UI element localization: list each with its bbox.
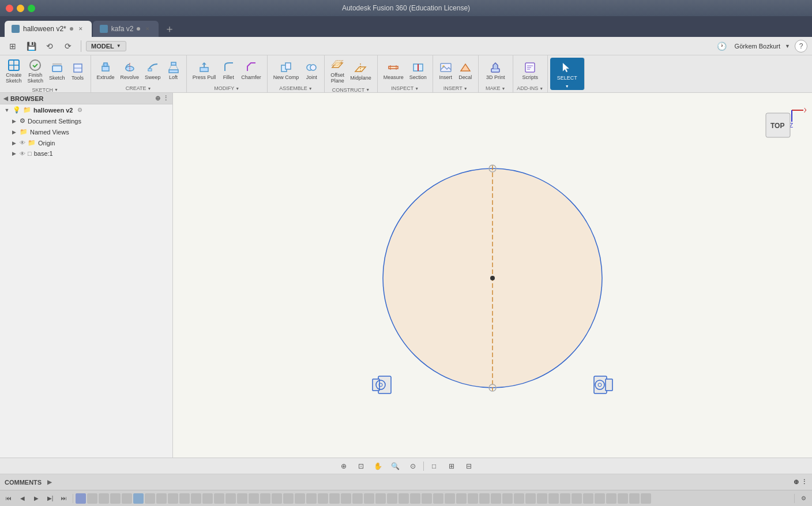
timeline-prev-button[interactable]: ◀ [16, 492, 29, 505]
window-maximize-button[interactable] [28, 5, 35, 12]
window-close-button[interactable] [6, 5, 13, 12]
browser-more-button[interactable]: ⋮ [163, 95, 169, 102]
tl-item-9[interactable] [168, 493, 178, 504]
tl-item-11[interactable] [191, 493, 201, 504]
help-button[interactable]: ? [795, 40, 807, 53]
timeline-next-button[interactable]: ▶| [44, 492, 57, 505]
browser-item-named-views[interactable]: ▶ 📁 Named Views [0, 126, 172, 137]
ribbon-tool-sweep[interactable]: Sweep [142, 59, 163, 83]
tl-item-24[interactable] [341, 493, 351, 504]
timeline-play-button[interactable]: ▶ [30, 492, 43, 505]
timeline-rewind-button[interactable]: ⏮ [2, 492, 15, 505]
ribbon-tool-3d-print[interactable]: 3D Print [484, 59, 507, 83]
tl-item-18[interactable] [272, 493, 282, 504]
comments-expand-button[interactable]: ▶ [47, 479, 52, 485]
tl-item-22[interactable] [318, 493, 328, 504]
tl-item-40[interactable] [525, 493, 536, 504]
ribbon-group-select[interactable]: SELECT ▼ [550, 58, 585, 90]
tl-item-27[interactable] [375, 493, 386, 504]
view-fit-button[interactable]: ⊕ [337, 460, 351, 473]
tl-item-50[interactable] [641, 493, 651, 504]
tl-item-25[interactable] [352, 493, 363, 504]
ribbon-tool-joint[interactable]: Joint [302, 59, 321, 83]
ribbon-tool-decal[interactable]: Decal [456, 59, 475, 83]
tl-item-3[interactable] [99, 493, 109, 504]
tl-item-45[interactable] [583, 493, 593, 504]
ribbon-tool-sketch-tools[interactable]: Tools [69, 59, 87, 83]
tl-item-1[interactable] [76, 493, 86, 504]
tl-item-29[interactable] [399, 493, 409, 504]
tl-item-32[interactable] [433, 493, 443, 504]
ribbon-tool-finish-sketch[interactable]: FinishSketch [25, 57, 46, 86]
grid-toggle-button[interactable]: ⊞ [5, 39, 21, 53]
tab-kafa[interactable]: kafa v2 ✕ [93, 21, 159, 37]
redo-button[interactable]: ⟳ [60, 39, 76, 53]
view-grid-button[interactable]: ⊟ [462, 460, 476, 473]
comments-add-button[interactable]: ⊕ [794, 478, 799, 486]
browser-search-button[interactable]: ⊕ [155, 95, 160, 102]
ribbon-tool-extrude[interactable]: Extrude [95, 59, 117, 83]
ribbon-tool-revolve[interactable]: Revolve [118, 59, 142, 83]
tl-item-30[interactable] [410, 493, 420, 504]
ribbon-tool-scripts[interactable]: Scripts [520, 59, 540, 83]
timeline-end-button[interactable]: ⏭ [58, 492, 70, 505]
tl-item-48[interactable] [618, 493, 628, 504]
tl-item-21[interactable] [306, 493, 317, 504]
browser-item-base1[interactable]: ▶ 👁 □ base:1 [0, 148, 172, 159]
pan-button[interactable]: ✋ [371, 460, 385, 473]
tl-item-10[interactable] [179, 493, 190, 504]
window-minimize-button[interactable] [17, 5, 24, 12]
timeline-settings-button[interactable]: ⚙ [797, 492, 810, 505]
tl-item-31[interactable] [422, 493, 432, 504]
browser-collapse-button[interactable]: ◀ [3, 95, 8, 102]
tl-item-14[interactable] [225, 493, 236, 504]
user-dropdown-arrow[interactable]: ▼ [785, 43, 790, 49]
browser-item-root[interactable]: ▼ 💡 📁 halloween v2 ⚙ [0, 104, 172, 115]
user-name[interactable]: Görkem Bozkurt [735, 43, 780, 50]
viewport-cube[interactable]: X Z TOP [760, 99, 806, 145]
tl-item-43[interactable] [560, 493, 570, 504]
tl-item-41[interactable] [537, 493, 547, 504]
tl-item-23[interactable] [329, 493, 340, 504]
tab-halloween[interactable]: halloween v2* ✕ [5, 21, 92, 37]
ribbon-tool-sketch-dim[interactable]: Sketch [47, 59, 67, 83]
tl-item-28[interactable] [387, 493, 397, 504]
tab-close-kafa[interactable]: ✕ [144, 25, 152, 33]
tl-item-42[interactable] [548, 493, 559, 504]
ribbon-tool-create-sketch[interactable]: CreateSketch [3, 57, 24, 86]
ribbon-tool-offset-plane[interactable]: OffsetPlane [328, 57, 347, 86]
tl-item-33[interactable] [445, 493, 455, 504]
model-selector[interactable]: MODEL ▼ [86, 41, 126, 51]
ribbon-tool-press-pull[interactable]: Press Pull [190, 59, 219, 83]
tl-item-12[interactable] [202, 493, 213, 504]
tl-item-36[interactable] [479, 493, 490, 504]
ribbon-tool-fillet[interactable]: Fillet [219, 59, 238, 83]
tl-item-47[interactable] [606, 493, 616, 504]
tl-item-19[interactable] [283, 493, 294, 504]
tl-item-8[interactable] [156, 493, 167, 504]
tl-item-46[interactable] [595, 493, 605, 504]
ribbon-tool-select[interactable]: SELECT [555, 59, 580, 83]
tl-item-35[interactable] [468, 493, 478, 504]
tl-item-16[interactable] [249, 493, 259, 504]
tl-item-7[interactable] [145, 493, 155, 504]
browser-item-origin[interactable]: ▶ 👁 📁 Origin [0, 137, 172, 148]
undo-button[interactable]: ⟲ [42, 39, 58, 53]
tl-item-2[interactable] [87, 493, 97, 504]
tab-close-halloween[interactable]: ✕ [77, 25, 85, 33]
save-button[interactable]: 💾 [23, 39, 39, 53]
tl-item-37[interactable] [491, 493, 501, 504]
view-home-button[interactable]: ⊡ [354, 460, 368, 473]
tl-item-49[interactable] [629, 493, 640, 504]
tl-item-44[interactable] [572, 493, 582, 504]
tl-item-39[interactable] [514, 493, 524, 504]
tl-item-34[interactable] [456, 493, 467, 504]
tl-item-20[interactable] [295, 493, 305, 504]
ribbon-tool-midplane[interactable]: Midplane [348, 59, 374, 83]
ribbon-tool-section[interactable]: Section [407, 59, 429, 83]
ribbon-tool-loft[interactable]: Loft [164, 59, 183, 83]
tl-item-13[interactable] [214, 493, 224, 504]
ribbon-tool-measure[interactable]: Measure [381, 59, 406, 83]
comments-more-button[interactable]: ⋮ [801, 478, 807, 486]
tab-new-button[interactable]: ＋ [160, 21, 179, 37]
